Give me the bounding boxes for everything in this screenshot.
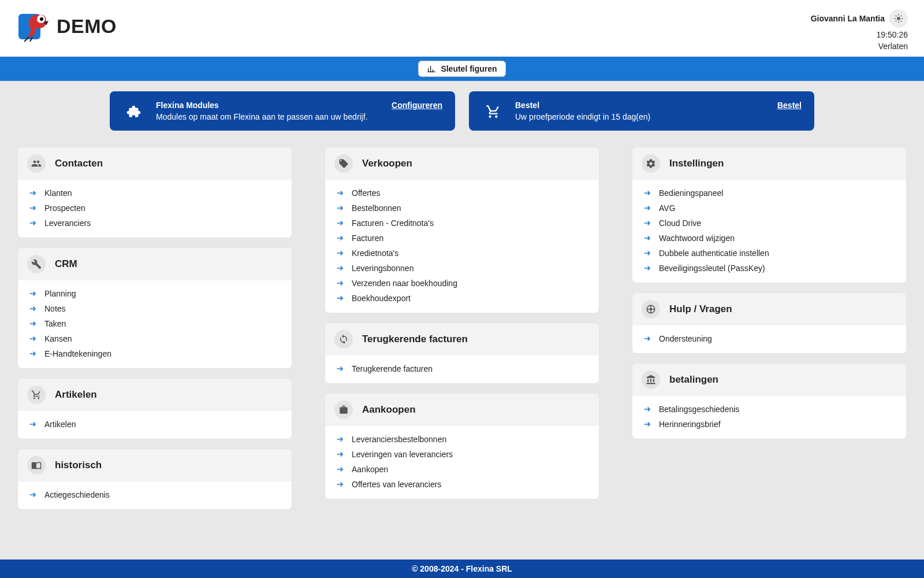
menu-item-label: Ondersteuning [659,334,712,343]
menu-item-dubbele-authenticatie-instellen[interactable]: Dubbele authenticatie instellen [642,246,897,261]
menu-item-leveranciers[interactable]: Leveranciers [27,216,282,231]
arrow-icon [336,294,345,303]
card-instellingen: InstellingenBedieningspaneelAVGCloud Dri… [632,147,907,283]
menu-item-facturen[interactable]: Facturen [334,231,590,246]
menu-item-offertes[interactable]: Offertes [334,186,590,201]
menu-item-planning[interactable]: Planning [27,286,282,301]
svg-point-2 [40,17,43,21]
brand: DEMO [16,9,117,43]
clock-time: 19:50:26 [877,30,908,39]
refresh-icon [334,330,353,349]
help-icon [642,300,660,318]
banners: Flexina Modules Modules op maat om Flexi… [110,91,814,131]
menu-item-prospecten[interactable]: Prospecten [27,201,282,216]
menu-item-cloud-drive[interactable]: Cloud Drive [642,216,897,231]
arrow-icon [28,203,38,213]
card-header: Artikelen [18,379,292,411]
theme-toggle-button[interactable] [889,9,908,28]
arrow-icon [336,480,345,489]
menu-item-artikelen[interactable]: Artikelen [27,417,282,432]
menu-item-label: Leveranciers [44,218,91,228]
card-list: BetalingsgeschiedenisHerinneringsbrief [632,396,906,439]
logout-link[interactable]: Verlaten [878,42,908,51]
card-header: Instellingen [632,147,906,180]
menu-item-label: Leveringen van leveranciers [352,450,453,459]
menu-item-klanten[interactable]: Klanten [27,186,282,201]
menu-item-label: Herinneringsbrief [659,420,721,429]
menu-item-facturen-creditnota-s[interactable]: Facturen - Creditnota's [334,216,590,231]
gear-icon [642,154,660,173]
arrow-icon [28,319,38,328]
user-name[interactable]: Giovanni La Mantia [811,14,885,23]
card-contacten: ContactenKlantenProspectenLeveranciers [17,147,292,238]
banner-modules-action[interactable]: Configureren [392,101,442,110]
card-hulp-vragen: Hulp / VragenOndersteuning [632,292,907,354]
card-list: KlantenProspectenLeveranciers [18,180,292,238]
arrow-icon [28,420,38,429]
menu-item-notes[interactable]: Notes [27,301,282,316]
menu-item-ondersteuning[interactable]: Ondersteuning [642,331,897,346]
tools-icon [27,255,46,273]
footer: © 2008-2024 - Flexina SRL [0,560,924,578]
menu-item-avg[interactable]: AVG [642,201,897,216]
card-header: historisch [18,449,292,481]
menu-item-terugkerende-facturen[interactable]: Terugkerende facturen [334,361,590,376]
card-title: Instellingen [669,158,724,169]
tag-icon [334,154,353,173]
people-icon [27,154,46,173]
menu-item-verzenden-naar-boekhouding[interactable]: Verzenden naar boekhouding [334,276,590,291]
menu-item-betalingsgeschiedenis[interactable]: Betalingsgeschiedenis [642,402,897,417]
menu-item-label: Facturen [352,234,383,243]
menu-item-offertes-van-leveranciers[interactable]: Offertes van leveranciers [334,477,590,492]
card-aankoopen: AankoopenLeveranciersbestelbonnenLeverin… [325,393,599,499]
menu-item-kredietnota-s[interactable]: Kredietnota's [334,246,590,261]
card-header: betalingen [632,364,906,396]
menu-item-e-handtekeningen[interactable]: E-Handtekeningen [27,346,282,361]
menu-item-boekhoudexport[interactable]: Boekhoudexport [334,291,590,306]
card-historisch: historischActiegeschiedenis [17,449,292,510]
cart-icon [27,386,46,404]
menu-item-label: Aankopen [352,465,388,474]
key-figures-label: Sleutel figuren [441,64,497,73]
arrow-icon [336,279,345,288]
menu-item-leveranciersbestelbonnen[interactable]: Leveranciersbestelbonnen [334,432,590,447]
menu-item-kansen[interactable]: Kansen [27,331,282,346]
menu-item-taken[interactable]: Taken [27,316,282,331]
menu-item-label: Klanten [44,188,72,198]
banner-modules-title: Flexina Modules [156,101,381,110]
menu-item-herinneringsbrief[interactable]: Herinneringsbrief [642,417,897,432]
menu-item-bedieningspaneel[interactable]: Bedieningspaneel [642,186,897,201]
top-right: Giovanni La Mantia 19:50:26 Verlaten [811,9,908,51]
card-list: Terugkerende facturen [325,355,599,383]
menu-item-beveiligingssleutel-passkey[interactable]: Beveiligingssleutel (PassKey) [642,261,897,276]
menu-item-wachtwoord-wijzigen[interactable]: Wachtwoord wijzigen [642,231,897,246]
arrow-icon [336,435,345,444]
arrow-icon [336,203,345,213]
banner-modules-subtitle: Modules op maat om Flexina aan te passen… [156,112,381,121]
menu-item-bestelbonnen[interactable]: Bestelbonnen [334,201,590,216]
arrow-icon [28,334,38,343]
menu-item-leveringsbonnen[interactable]: Leveringsbonnen [334,261,590,276]
key-figures-button[interactable]: Sleutel figuren [418,61,505,77]
cart-icon [482,101,505,119]
menu-item-label: Cloud Drive [659,218,701,228]
svg-point-46 [650,308,653,311]
menu-item-leveringen-van-leveranciers[interactable]: Leveringen van leveranciers [334,447,590,462]
card-header: Aankoopen [325,394,599,426]
main: Flexina Modules Modules op maat om Flexi… [0,81,924,560]
arrow-icon [336,249,345,258]
menu-item-label: Dubbele authenticatie instellen [659,249,769,258]
menu-item-label: Bedieningspaneel [659,188,723,198]
menu-item-label: Facturen - Creditnota's [352,218,434,228]
card-betalingen: betalingenBetalingsgeschiedenisHerinneri… [632,363,907,439]
menu-item-aankopen[interactable]: Aankopen [334,462,590,477]
card-title: Hulp / Vragen [669,303,732,315]
menu-item-label: AVG [659,203,676,213]
menu-item-label: Wachtwoord wijzigen [659,234,735,243]
column-2: InstellingenBedieningspaneelAVGCloud Dri… [632,147,907,510]
arrow-icon [643,203,652,213]
puzzle-icon [122,101,146,119]
banner-order-action[interactable]: Bestel [777,101,802,110]
menu-item-actiegeschiedenis[interactable]: Actiegeschiedenis [27,487,282,502]
menu-item-label: Leveranciersbestelbonnen [352,435,446,444]
